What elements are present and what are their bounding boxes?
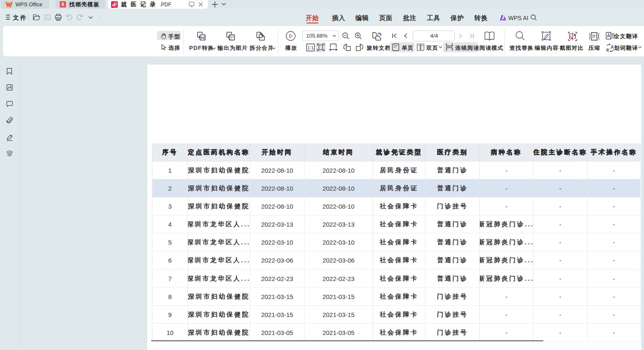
svg-text:1:1: 1:1 (307, 45, 314, 50)
